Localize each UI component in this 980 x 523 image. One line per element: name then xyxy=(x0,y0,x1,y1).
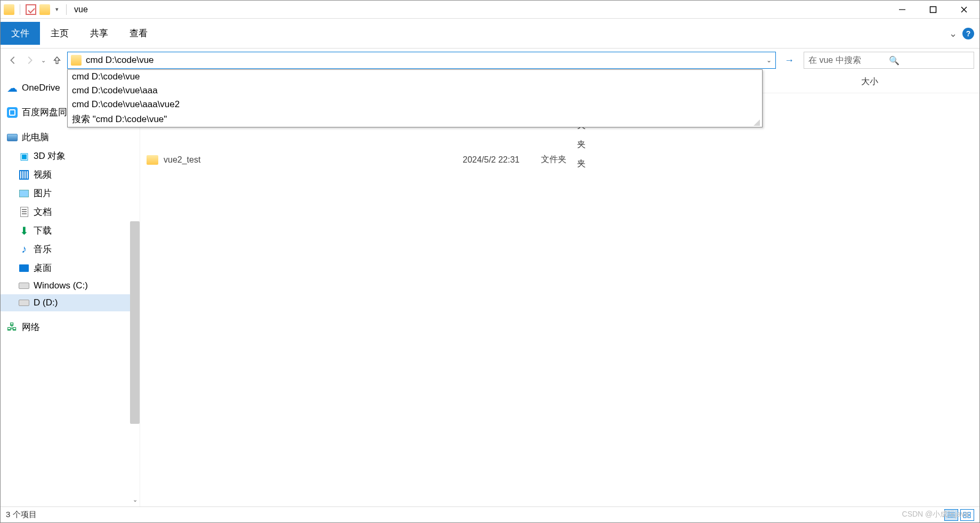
window-controls xyxy=(887,1,979,19)
close-button[interactable] xyxy=(949,1,979,19)
status-bar: 3 个项目 xyxy=(1,506,979,522)
file-row[interactable]: vue2_test 2024/5/2 22:31 文件夹 xyxy=(140,152,979,167)
network-icon: 🖧 xyxy=(7,322,18,333)
onedrive-icon: ☁ xyxy=(7,83,18,93)
sidebar-item-video[interactable]: 视频 xyxy=(1,165,140,184)
forward-button[interactable] xyxy=(23,51,37,70)
sidebar-item-label: 网络 xyxy=(22,321,40,333)
address-dropdown-icon[interactable]: ⌄ xyxy=(763,57,775,64)
view-large-icons-button[interactable] xyxy=(960,509,974,521)
address-bar[interactable]: ⌄ cmd D:\code\vue cmd D:\code\vue\aaa cm… xyxy=(67,52,776,69)
document-icon xyxy=(19,207,29,218)
sidebar-item-label: D (D:) xyxy=(34,297,58,308)
sidebar-item-ddrive[interactable]: D (D:) xyxy=(1,294,140,311)
music-icon: ♪ xyxy=(19,244,29,255)
sidebar-item-label: 图片 xyxy=(34,187,52,199)
explorer-body: ☁OneDrive 百度网盘同步空 此电脑 ▣3D 对象 视频 图片 文档 ⬇下… xyxy=(1,72,979,506)
address-suggestions: cmd D:\code\vue cmd D:\code\vue\aaa cmd … xyxy=(67,69,763,127)
desktop-icon xyxy=(19,263,29,273)
suggestion-item[interactable]: cmd D:\code\vue\aaa xyxy=(68,84,762,98)
maximize-button[interactable] xyxy=(918,1,949,19)
folder-icon xyxy=(147,155,158,165)
tab-share[interactable]: 共享 xyxy=(79,22,119,45)
sidebar-item-label: Windows (C:) xyxy=(34,280,88,291)
sidebar-item-label: 此电脑 xyxy=(22,131,49,143)
window-title: vue xyxy=(74,5,88,14)
sidebar-item-downloads[interactable]: ⬇下载 xyxy=(1,221,140,240)
tab-file[interactable]: 文件 xyxy=(1,22,40,45)
sidebar-item-thispc[interactable]: 此电脑 xyxy=(1,128,140,147)
sidebar-scrollbar[interactable] xyxy=(130,221,140,424)
explorer-window: ▾ vue 文件 主页 共享 查看 ⌄ ? ⌄ ⌄ cmd xyxy=(0,0,980,523)
sidebar-item-label: 文档 xyxy=(34,206,52,218)
content-pane: 大小 夹 夹 夹 vue2_test 2024/5/2 22:31 文件夹 xyxy=(140,72,979,506)
navigation-pane: ☁OneDrive 百度网盘同步空 此电脑 ▣3D 对象 视频 图片 文档 ⬇下… xyxy=(1,72,140,506)
tab-home[interactable]: 主页 xyxy=(40,22,79,45)
quick-access-toolbar: ▾ xyxy=(1,4,69,15)
file-list[interactable]: 夹 夹 夹 vue2_test 2024/5/2 22:31 文件夹 xyxy=(140,93,979,506)
item-count: 3 个项目 xyxy=(6,510,37,520)
suggestion-item-search[interactable]: 搜索 "cmd D:\code\vue" xyxy=(68,111,762,127)
ribbon: 文件 主页 共享 查看 ⌄ ? xyxy=(1,19,979,49)
drive-icon xyxy=(19,297,29,308)
suggestion-item[interactable]: cmd D:\code\vue\aaa\vue2 xyxy=(68,98,762,111)
sidebar-item-3d[interactable]: ▣3D 对象 xyxy=(1,147,140,165)
folder-icon xyxy=(4,4,14,15)
picture-icon xyxy=(19,188,29,199)
separator xyxy=(20,4,20,15)
address-input[interactable] xyxy=(85,52,763,68)
svg-rect-8 xyxy=(968,512,970,514)
file-date: 2024/5/2 22:31 xyxy=(397,155,520,165)
search-icon[interactable]: 🔍 xyxy=(889,55,969,66)
pc-icon xyxy=(7,132,18,143)
sidebar-item-label: 视频 xyxy=(34,168,52,181)
title-bar: ▾ vue xyxy=(1,1,979,19)
sidebar-item-pictures[interactable]: 图片 xyxy=(1,184,140,203)
sidebar-item-music[interactable]: ♪音乐 xyxy=(1,240,140,259)
sidebar-item-documents[interactable]: 文档 xyxy=(1,203,140,221)
svg-rect-9 xyxy=(963,516,966,518)
sidebar-item-label: 音乐 xyxy=(34,243,52,255)
navigation-bar: ⌄ ⌄ cmd D:\code\vue cmd D:\code\vue\aaa … xyxy=(1,49,979,72)
expand-ribbon-icon[interactable]: ⌄ xyxy=(949,28,957,39)
sidebar-item-label: 下载 xyxy=(34,224,52,237)
baidu-icon xyxy=(7,107,18,118)
ribbon-help-area: ⌄ ? xyxy=(949,28,974,39)
qat-dropdown-icon[interactable]: ▾ xyxy=(53,6,61,13)
resize-grip-icon[interactable] xyxy=(752,118,760,126)
scrollbar-down-icon[interactable]: ⌄ xyxy=(130,495,140,504)
help-icon[interactable]: ? xyxy=(962,28,974,39)
minimize-button[interactable] xyxy=(887,1,918,19)
sidebar-item-label: 3D 对象 xyxy=(34,150,66,162)
svg-rect-1 xyxy=(930,6,936,12)
column-size[interactable]: 大小 xyxy=(861,76,878,87)
separator xyxy=(66,4,67,15)
recent-locations-icon[interactable]: ⌄ xyxy=(40,57,47,64)
tab-view[interactable]: 查看 xyxy=(119,22,158,45)
sidebar-item-desktop[interactable]: 桌面 xyxy=(1,259,140,277)
search-box[interactable]: 在 vue 中搜索 🔍 xyxy=(804,52,974,69)
sidebar-item-network[interactable]: 🖧网络 xyxy=(1,318,140,336)
folder-icon xyxy=(71,55,82,66)
svg-rect-10 xyxy=(968,516,970,518)
view-details-button[interactable] xyxy=(944,509,958,521)
properties-icon[interactable] xyxy=(26,4,36,15)
go-button[interactable]: → xyxy=(781,52,797,69)
sidebar-item-label: 桌面 xyxy=(34,262,52,274)
back-button[interactable] xyxy=(6,51,20,70)
video-icon xyxy=(19,170,29,180)
svg-rect-7 xyxy=(963,512,966,514)
file-name: vue2_test xyxy=(164,155,200,165)
suggestion-item[interactable]: cmd D:\code\vue xyxy=(68,70,762,84)
sidebar-item-label: OneDrive xyxy=(22,83,60,93)
download-icon: ⬇ xyxy=(19,226,29,236)
search-placeholder: 在 vue 中搜索 xyxy=(808,55,889,66)
new-folder-icon[interactable] xyxy=(39,4,50,15)
drive-icon xyxy=(19,280,29,291)
cube-icon: ▣ xyxy=(19,151,29,162)
sidebar-item-cdrive[interactable]: Windows (C:) xyxy=(1,277,140,294)
up-button[interactable] xyxy=(50,51,64,70)
